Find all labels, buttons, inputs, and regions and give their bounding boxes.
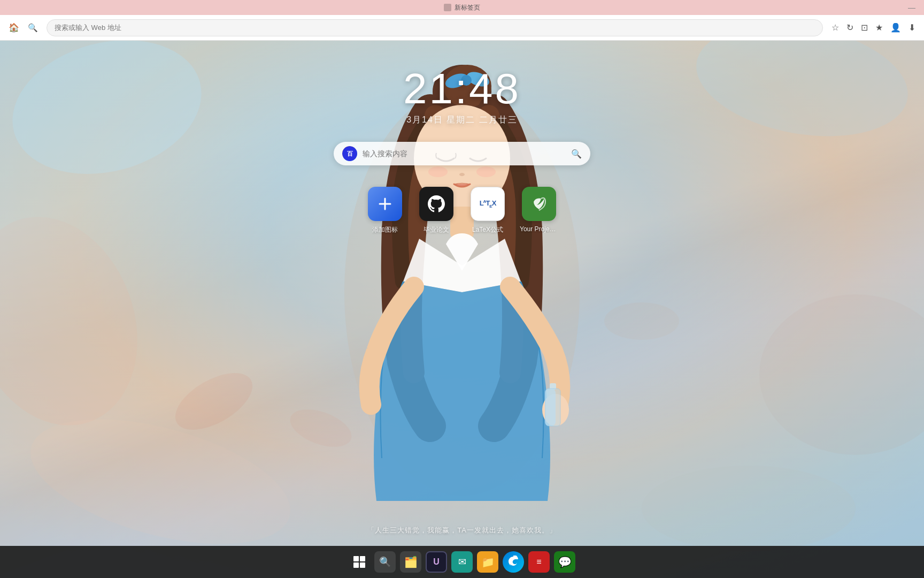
latex-shortcut-icon: LATEX — [471, 187, 505, 221]
taskbar-files-icon: 🗂️ — [404, 556, 418, 568]
taskbar: 🔍 🗂️ U ✉ 📁 ≡ 💬 — [0, 546, 924, 578]
shortcut-overleaf[interactable]: Your Projects ... — [520, 187, 558, 233]
taskbar-edge-button[interactable] — [503, 551, 524, 573]
address-input-container[interactable] — [47, 19, 823, 36]
shortcut-latex[interactable]: LATEX LaTeX公式 — [468, 187, 507, 234]
taskbar-folder-icon: 📁 — [481, 556, 495, 568]
taskbar-app4-button[interactable]: U — [426, 551, 447, 573]
shortcut-latex-label: LaTeX公式 — [472, 225, 503, 234]
taskbar-app8-button[interactable]: ≡ — [528, 551, 550, 573]
windows-start-button[interactable] — [349, 551, 370, 573]
taskbar-files-button[interactable]: 🗂️ — [400, 551, 421, 573]
search-input[interactable] — [363, 149, 566, 158]
taskbar-app4-icon: U — [433, 557, 440, 567]
taskbar-app9-icon: 💬 — [558, 556, 572, 568]
title-bar-text: 新标签页 — [444, 3, 480, 12]
windows-icon — [353, 556, 365, 568]
shortcuts-grid: 添加图标 毕业论文 LATEX LaTeX公式 — [366, 187, 558, 234]
address-search-icon: 🔍 — [28, 23, 38, 33]
profile-icon[interactable]: 👤 — [890, 22, 901, 33]
quote-text: 「人生三大错觉，我能赢，TA一发就出去，她喜欢我。」 — [367, 526, 557, 535]
address-bar: 🏠 🔍 ☆ ↻ ⊡ ★ 👤 ⬇ — [0, 15, 924, 41]
shortcut-add[interactable]: 添加图标 — [366, 187, 404, 234]
download-icon[interactable]: ⬇ — [908, 22, 915, 33]
clock-date: 3月14日 星期二 二月廿三 — [403, 115, 521, 126]
taskbar-folder-button[interactable]: 📁 — [477, 551, 498, 573]
taskbar-center: 🔍 🗂️ U ✉ 📁 ≡ 💬 — [11, 551, 913, 573]
svg-text:百: 百 — [347, 150, 353, 157]
clock-time: 21:48 — [403, 67, 521, 110]
main-content: 21:48 3月14日 星期二 二月廿三 百 🔍 添加图标 — [0, 41, 924, 546]
star-icon[interactable]: ★ — [875, 22, 883, 33]
taskbar-app8-icon: ≡ — [536, 557, 541, 567]
win-cell-4 — [360, 562, 365, 568]
win-cell-2 — [360, 556, 365, 561]
tabs-icon[interactable]: ⊡ — [861, 22, 868, 33]
taskbar-mail-button[interactable]: ✉ — [451, 551, 473, 573]
baidu-logo: 百 — [342, 146, 357, 161]
bookmark-icon[interactable]: ☆ — [831, 22, 839, 33]
win-cell-3 — [353, 562, 359, 568]
title-bar: 新标签页 — — [0, 0, 924, 15]
toolbar-right: ☆ ↻ ⊡ ★ 👤 ⬇ — [831, 22, 915, 33]
taskbar-search-button[interactable]: 🔍 — [374, 551, 396, 573]
shortcut-github[interactable]: 毕业论文 — [417, 187, 456, 234]
refresh-icon[interactable]: ↻ — [846, 22, 853, 33]
shortcut-add-label: 添加图标 — [372, 225, 398, 234]
win-cell-1 — [353, 556, 359, 561]
search-submit-icon[interactable]: 🔍 — [571, 149, 582, 159]
taskbar-search-icon: 🔍 — [379, 556, 391, 568]
add-shortcut-icon — [368, 187, 402, 221]
search-bar[interactable]: 百 🔍 — [334, 142, 590, 165]
taskbar-mail-icon: ✉ — [458, 556, 466, 568]
title-favicon — [444, 4, 451, 11]
shortcut-overleaf-label: Your Projects ... — [520, 225, 558, 233]
home-icon[interactable]: 🏠 — [9, 22, 19, 33]
overleaf-shortcut-icon — [522, 187, 556, 221]
clock-widget: 21:48 3月14日 星期二 二月廿三 — [403, 67, 521, 126]
address-input[interactable] — [55, 24, 815, 32]
tab-label: 新标签页 — [455, 3, 480, 12]
github-shortcut-icon — [419, 187, 453, 221]
taskbar-app9-button[interactable]: 💬 — [554, 551, 575, 573]
close-button[interactable]: — — [908, 3, 915, 12]
edge-icon — [507, 556, 520, 568]
shortcut-github-label: 毕业论文 — [424, 225, 449, 234]
